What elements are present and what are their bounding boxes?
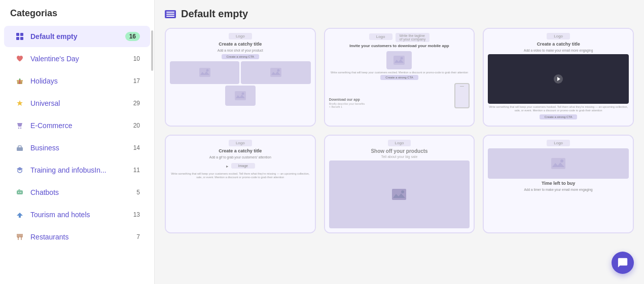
svg-rect-12 xyxy=(17,190,23,194)
template-card-2[interactable]: Logo Write the taglineof your company In… xyxy=(324,28,475,127)
svg-point-27 xyxy=(401,190,404,193)
sidebar-item-chatbots[interactable]: Chatbots 5 xyxy=(4,182,150,203)
svg-point-9 xyxy=(20,128,21,129)
sidebar-item-label-default-empty: Default empty xyxy=(30,32,120,40)
tpl2-download: Download our app Briefly describe your b… xyxy=(329,98,453,108)
sidebar-item-universal[interactable]: Universal 29 xyxy=(4,93,150,114)
tpl4-subtitle: Add a gif to grab your customers' attent… xyxy=(209,155,271,159)
sidebar-item-label-restaurants: Restaurants xyxy=(30,233,123,241)
sidebar-item-label-training: Training and infobusIn... xyxy=(30,166,123,174)
tpl4-image-label: Image xyxy=(231,163,255,169)
svg-point-23 xyxy=(241,92,244,95)
svg-rect-3 xyxy=(20,37,23,40)
tpl2-title: Invite your customers to download your m… xyxy=(349,44,449,49)
templates-grid: Logo Create a catchy title Add a nice sh… xyxy=(165,28,634,233)
svg-point-14 xyxy=(20,192,21,193)
scroll-indicator xyxy=(151,30,153,71)
sidebar-item-label-valentines: Valentine's Day xyxy=(30,55,123,63)
tpl2-benefit: < Benefit 1 xyxy=(329,105,453,108)
svg-rect-24 xyxy=(393,56,405,65)
tpl4-title: Create a catchy title xyxy=(219,148,262,154)
svg-rect-0 xyxy=(16,33,19,36)
tpl3-cta: Create a strong CTA xyxy=(540,114,578,119)
tpl4-arrow: ► xyxy=(226,165,229,168)
tpl2-phone xyxy=(454,83,470,108)
sidebar-item-count-chatbots: 5 xyxy=(128,189,140,196)
training-icon xyxy=(14,165,25,176)
sidebar-item-count-universal: 29 xyxy=(128,100,140,107)
universal-icon xyxy=(14,98,25,109)
template-card-1-inner: Logo Create a catchy title Add a nice sh… xyxy=(166,29,315,126)
sidebar-item-label-chatbots: Chatbots xyxy=(30,188,123,196)
sidebar-item-label-tourism: Tourism and hotels xyxy=(30,211,123,219)
tpl3-subtitle: Add a video to make your email more enga… xyxy=(524,49,593,52)
svg-marker-7 xyxy=(17,100,23,106)
template-card-3-inner: Logo Create a catchy title Add a video t… xyxy=(484,29,633,126)
tourism-icon xyxy=(14,209,25,220)
main-title: Default empty xyxy=(181,8,248,20)
tpl1-cta: Create a strong CTA xyxy=(222,54,260,59)
sidebar-item-count-ecommerce: 20 xyxy=(128,122,140,129)
tpl1-bottom xyxy=(170,86,311,106)
svg-rect-26 xyxy=(392,189,406,200)
tpl1-img-right xyxy=(241,61,310,84)
template-card-6[interactable]: Logo Time left to buy Add a timer to mak… xyxy=(483,135,634,233)
sidebar-item-count-restaurants: 7 xyxy=(128,233,140,240)
sidebar-item-label-business: Business xyxy=(30,144,123,152)
sidebar-item-restaurants[interactable]: Restaurants 7 xyxy=(4,226,150,248)
tpl2-tagline: Write the taglineof your company xyxy=(396,33,430,42)
sidebar-item-holidays[interactable]: Holidays 17 xyxy=(4,70,150,92)
tpl5-title: Show off your products xyxy=(371,148,427,154)
default-empty-icon xyxy=(14,31,25,42)
tpl2-download-label: Download our app xyxy=(329,98,453,101)
template-card-3[interactable]: Logo Create a catchy title Add a video t… xyxy=(483,28,634,127)
svg-rect-2 xyxy=(16,37,19,40)
tpl3-text: Write something that will keep your cust… xyxy=(488,105,629,113)
template-card-1[interactable]: Logo Create a catchy title Add a nice sh… xyxy=(165,28,316,127)
chat-bubble[interactable] xyxy=(612,252,634,274)
business-icon xyxy=(14,142,25,153)
svg-rect-18 xyxy=(199,68,210,77)
tpl1-subtitle: Add a nice shot of your product xyxy=(218,49,263,52)
template-card-5[interactable]: Logo Show off your products Tell about y… xyxy=(324,135,475,233)
tpl1-img-left xyxy=(170,61,239,84)
grid-icon xyxy=(165,10,176,18)
sidebar-item-tourism[interactable]: Tourism and hotels 13 xyxy=(4,204,150,225)
template-card-6-inner: Logo Time left to buy Add a timer to mak… xyxy=(484,136,633,232)
sidebar-item-training[interactable]: Training and infobusIn... 11 xyxy=(4,159,150,181)
tpl2-img xyxy=(386,51,412,69)
tpl3-play-btn xyxy=(554,74,563,84)
sidebar-item-count-valentines: 10 xyxy=(128,55,140,62)
tpl4-image-area: ► Image xyxy=(226,163,255,170)
sidebar-item-business[interactable]: Business 14 xyxy=(4,137,150,158)
svg-point-21 xyxy=(277,69,279,72)
chat-icon xyxy=(617,257,628,268)
tpl6-subtitle: Add a timer to make your email more enga… xyxy=(524,188,593,191)
tpl2-logo: Logo xyxy=(369,33,392,40)
sidebar-item-count-tourism: 13 xyxy=(128,211,140,218)
sidebar-scroll: Default empty 16 Valentine's Day 10 Holi… xyxy=(0,25,154,284)
tpl1-logo: Logo xyxy=(229,33,252,39)
tpl3-title: Create a catchy title xyxy=(537,42,580,48)
sidebar-item-valentines[interactable]: Valentine's Day 10 xyxy=(4,48,150,69)
sidebar-item-label-holidays: Holidays xyxy=(30,77,123,85)
sidebar-item-count-training: 11 xyxy=(128,167,140,174)
tpl6-logo: Logo xyxy=(547,140,570,146)
holidays-icon xyxy=(14,75,25,87)
svg-point-8 xyxy=(18,128,19,129)
sidebar-item-default-empty[interactable]: Default empty 16 xyxy=(4,26,150,47)
sidebar-item-count-default-empty: 16 xyxy=(125,32,140,41)
template-card-4[interactable]: Logo Create a catchy title Add a gif to … xyxy=(165,135,316,233)
tpl1-img-bottom xyxy=(225,86,256,106)
tpl4-logo: Logo xyxy=(229,140,252,146)
tpl3-logo: Logo xyxy=(547,33,570,39)
tpl5-products-area xyxy=(329,160,470,228)
svg-point-25 xyxy=(401,57,403,60)
restaurants-icon xyxy=(14,231,25,242)
tpl3-video xyxy=(488,54,629,104)
tpl6-title: Time left to buy xyxy=(542,181,575,187)
svg-point-13 xyxy=(18,192,19,193)
sidebar-item-ecommerce[interactable]: E-Commerce 20 xyxy=(4,115,150,136)
template-card-5-inner: Logo Show off your products Tell about y… xyxy=(325,136,474,232)
sidebar-item-label-universal: Universal xyxy=(30,99,123,107)
